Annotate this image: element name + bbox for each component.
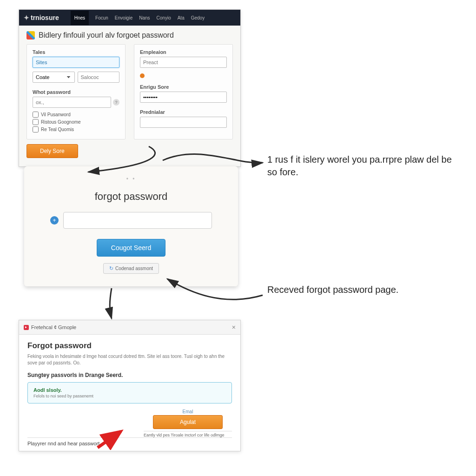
- result-panel: Fretehcal ¢ Grnople × Forgot password Fe…: [19, 320, 241, 451]
- nav-item-3[interactable]: Nans: [139, 15, 150, 20]
- panel3-sub: Sungtey passvorls in Drange Seerd.: [27, 372, 232, 378]
- forgot-title: forgot password: [33, 191, 229, 203]
- red-arrow-icon: [95, 427, 128, 450]
- panel1-body: Bidlery finfouil yourl alv forgoet passw…: [19, 26, 240, 166]
- panel3-tabbar: Fretehcal ¢ Grnople ×: [19, 320, 240, 335]
- whotpw-input[interactable]: [33, 97, 111, 108]
- tales-select[interactable]: Sites: [33, 57, 119, 68]
- status-dot-icon: [140, 73, 145, 78]
- forgot-email-input[interactable]: [63, 212, 212, 229]
- info-sub: Felols to noi seed by passenemt: [33, 394, 226, 398]
- nav-item-2[interactable]: Envoigie: [115, 15, 132, 20]
- cb-3[interactable]: Re Teal Quomis: [33, 126, 119, 132]
- label-pred: Prednialar: [140, 109, 227, 115]
- tab-title: Fretehcal ¢ Grnople: [31, 324, 76, 330]
- annotation-1: 1 rus f it islery worel you pa.rrpre pla…: [267, 153, 453, 178]
- cb-1[interactable]: Vil Pusanword: [33, 112, 119, 118]
- puzzle-icon: [26, 31, 35, 40]
- label-whotpw: Whot password: [33, 89, 119, 95]
- settings-panel: ✦trniosure Hnes Focun Envoigie Nans Cony…: [19, 9, 241, 167]
- agulat-button[interactable]: Agulat: [153, 415, 223, 429]
- nav-item-1[interactable]: Focun: [95, 15, 108, 20]
- bottom-text: Playyrer nnd and hear passwort: [27, 441, 99, 446]
- coate-select[interactable]: Coate: [33, 72, 75, 83]
- form-left-col: Tales Sites Coate Whot password ? Vil Pu…: [26, 44, 126, 139]
- navbar: ✦trniosure Hnes Focun Envoigie Nans Cony…: [19, 10, 240, 26]
- panel3-desc: Feking voola in hdesimate d lmge hoat co…: [27, 353, 232, 366]
- info-box: Aodl slsoly. Felols to noi seed by passe…: [27, 382, 232, 403]
- cb-2[interactable]: Ristous Goognome: [33, 119, 119, 125]
- pred-input[interactable]: [140, 117, 227, 128]
- label-enrigu: Enrigu Sore: [140, 84, 227, 90]
- form-right-col: Ernpleaion Enrigu Sore Prednialar: [134, 44, 233, 139]
- enrigu-input[interactable]: [140, 92, 227, 103]
- brand: ✦trniosure: [24, 14, 59, 21]
- nav-item-home[interactable]: Hnes: [71, 11, 89, 25]
- ernp-input[interactable]: [140, 57, 227, 68]
- label-ernp: Ernpleaion: [140, 49, 227, 55]
- small-line-1: Eantly vld pes Tiroale Inctorl cor life …: [144, 431, 232, 437]
- label-tales: Tales: [33, 49, 119, 55]
- forgot-secondary-button[interactable]: ↻Codenad assmont: [103, 263, 159, 274]
- forgot-password-panel: • • forgot password + Cougot Seerd ↻Code…: [24, 166, 238, 286]
- refresh-icon: ↻: [109, 265, 113, 271]
- forgot-submit-button[interactable]: Cougot Seerd: [97, 239, 165, 257]
- nav-item-6[interactable]: Gedoy: [191, 15, 205, 20]
- dots-icon: • •: [33, 176, 229, 182]
- close-icon[interactable]: ×: [232, 324, 236, 331]
- nav-item-4[interactable]: Conyio: [157, 15, 171, 20]
- info-title: Aodl slsoly.: [33, 387, 226, 393]
- submit-button[interactable]: Dely Sore: [26, 144, 78, 158]
- panel3-title: Forgot password: [27, 341, 232, 350]
- nav-item-5[interactable]: Ata: [178, 15, 185, 20]
- brand-text: trniosure: [31, 14, 59, 21]
- salococ-input[interactable]: [78, 72, 120, 83]
- help-icon[interactable]: ?: [113, 99, 119, 106]
- panel1-title: Bidlery finfouil yourl alv forgoet passw…: [26, 31, 233, 40]
- app-icon: [24, 325, 29, 330]
- annotation-2: Receved forgot password page.: [267, 284, 444, 296]
- brand-icon: ✦: [24, 14, 29, 21]
- bottom-row: Playyrer nnd and hear passwort: [27, 437, 232, 446]
- panel1-title-text: Bidlery finfouil yourl alv forgoet passw…: [39, 31, 174, 40]
- email-label: Emal: [144, 409, 232, 414]
- plus-icon[interactable]: +: [50, 216, 59, 225]
